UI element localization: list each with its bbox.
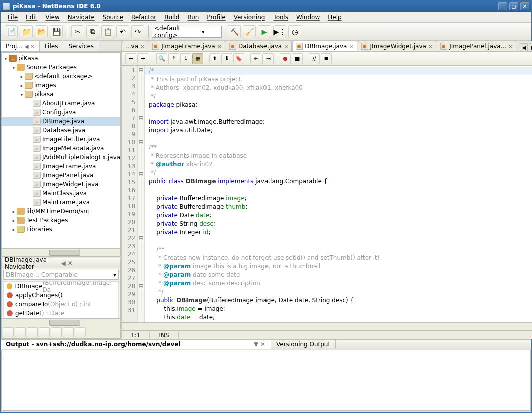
menu-source[interactable]: Source [99, 14, 127, 21]
tab-versioning-output[interactable]: Versioning Output [271, 340, 336, 349]
highlight-toggle-button[interactable]: ▦ [192, 53, 203, 64]
tab-files[interactable]: Files [40, 41, 63, 51]
comment-button[interactable]: // [309, 53, 320, 64]
tree-source-packages[interactable]: ▾Source Packages [2, 63, 120, 72]
code-editor[interactable]: /* * This is part of piKasa project. * A… [145, 66, 532, 322]
navigator-controls[interactable]: ◀ ✕ [61, 260, 118, 267]
menu-profile[interactable]: Profile [203, 14, 229, 21]
tree-file[interactable]: ☕AboutJFrame.java [2, 99, 120, 108]
tree-package[interactable]: ▸<default package> [2, 72, 120, 81]
tree-libraries[interactable]: ▸Libraries [2, 225, 120, 234]
close-button[interactable]: ✕ [520, 2, 529, 10]
menu-view[interactable]: View [41, 14, 63, 21]
line-number-gutter[interactable]: 1234567891011121314151617181920212223242… [122, 66, 138, 322]
output-console[interactable] [1, 350, 531, 411]
menu-help[interactable]: Help [324, 14, 345, 21]
close-icon[interactable]: × [349, 43, 353, 50]
tree-file[interactable]: ☕JAddMultipleDialogEx.java [2, 153, 120, 162]
back-button[interactable]: ← [125, 53, 136, 64]
menu-tools[interactable]: Tools [269, 14, 292, 21]
close-icon[interactable]: × [508, 43, 513, 50]
nav-filter-btn[interactable] [15, 327, 26, 337]
editor-tab[interactable]: ...va× [122, 41, 148, 51]
tree-file[interactable]: ☕JImageWidget.java [2, 180, 120, 189]
macro-stop-button[interactable]: ■ [292, 53, 303, 64]
close-icon[interactable]: × [217, 43, 222, 50]
shift-right-button[interactable]: ⇥ [262, 53, 274, 64]
paste-button[interactable]: 📋 [101, 25, 114, 38]
toggle-bookmark-button[interactable]: 🔖 [233, 53, 244, 64]
tab-scroll-right[interactable]: ▶ [529, 43, 532, 51]
titlebar[interactable]: piKasa - NetBeans IDE 6.0 — ◻ ✕ [1, 1, 531, 12]
tab-output[interactable]: Output - svn+ssh://dudka.no-ip.org/home/… [1, 340, 271, 349]
tree-lib-folder[interactable]: ▸lib/MMTimeDemo/src [2, 207, 120, 216]
editor-tab[interactable]: JImageFrame.java× [149, 41, 225, 51]
tree-file[interactable]: ☕MainClass.java [2, 189, 120, 198]
cut-button[interactable]: ✂ [71, 25, 84, 38]
open-project-button[interactable]: 📂 [35, 25, 48, 38]
nav-method[interactable]: compareTo(Object o) : int [4, 300, 118, 309]
redo-button[interactable]: ↷ [131, 25, 144, 38]
macro-record-button[interactable]: ● [280, 53, 291, 64]
find-next-button[interactable]: ⇣ [180, 53, 191, 64]
find-selection-button[interactable]: 🔍 [156, 53, 167, 64]
tree-file[interactable]: ☕JImagePanel.java [2, 171, 120, 180]
profile-button[interactable]: ◷ [288, 25, 301, 38]
shift-left-button[interactable]: ⇤ [250, 53, 261, 64]
clean-build-button[interactable]: 🧹 [243, 25, 256, 38]
navigator-member-list[interactable]: DBImage(BufferedImage image, Da applyCha… [3, 281, 119, 318]
tab-services[interactable]: Services [63, 41, 99, 51]
menu-refactor[interactable]: Refactor [127, 14, 160, 21]
navigator-header[interactable]: DBImage.java - Navigator ◀ ✕ [2, 258, 120, 268]
forward-button[interactable]: → [137, 53, 148, 64]
fold-gutter[interactable]: ⊟│││⊟⊟│││⊟│││││││⊟│││││⊟│││ [138, 66, 145, 322]
editor-h-scrollbar[interactable] [122, 322, 532, 330]
prev-bookmark-button[interactable]: ⬆ [209, 53, 220, 64]
tree-file[interactable]: ☕ImageMetadata.java [2, 144, 120, 153]
find-prev-button[interactable]: ⇡ [168, 53, 179, 64]
run-button[interactable]: ▶ [258, 25, 271, 38]
editor-tab[interactable]: JImagePanel.java...× [437, 41, 516, 51]
projects-tree[interactable]: ▾☕piKasa ▾Source Packages ▸<default pack… [2, 53, 120, 248]
tree-package-pikasa[interactable]: ▾pikasa [2, 90, 120, 99]
tab-scroll-left[interactable]: ◀ [520, 43, 528, 51]
menu-edit[interactable]: Edit [22, 14, 41, 21]
nav-method[interactable]: getDate() : Date [4, 309, 118, 318]
new-project-button[interactable]: 📁 [20, 25, 33, 38]
undo-button[interactable]: ↶ [116, 25, 129, 38]
nav-filter-btn[interactable] [39, 327, 50, 337]
config-dropdown[interactable]: <default config> ▾ [152, 26, 222, 38]
menu-build[interactable]: Build [160, 14, 183, 21]
tree-package[interactable]: ▸images [2, 81, 120, 90]
editor-tab-active[interactable]: DBImage.java× [292, 41, 357, 51]
tree-test-packages[interactable]: ▸Test Packages [2, 216, 120, 225]
nav-filter-btn[interactable] [63, 327, 74, 337]
close-icon[interactable]: × [428, 43, 433, 50]
debug-button[interactable]: ▶⋮ [273, 25, 286, 38]
navigator-filter-dropdown[interactable]: DBImage :: Comparable ▾ [3, 270, 119, 280]
new-file-button[interactable]: 📄 [5, 25, 18, 38]
nav-filter-btn[interactable] [3, 327, 14, 337]
copy-button[interactable]: ⧉ [86, 25, 99, 38]
next-bookmark-button[interactable]: ⬇ [221, 53, 232, 64]
nav-filter-btn[interactable] [27, 327, 38, 337]
editor-tab[interactable]: JImageWidget.java× [358, 41, 437, 51]
menu-window[interactable]: Window [292, 14, 324, 21]
menu-versioning[interactable]: Versioning [230, 14, 270, 21]
menu-navigate[interactable]: Navigate [64, 14, 99, 21]
nav-filter-btn[interactable] [75, 327, 86, 337]
tree-project[interactable]: ▾☕piKasa [2, 54, 120, 63]
close-icon[interactable]: × [140, 43, 145, 50]
tab-controls[interactable]: ◀ ✕ [25, 44, 34, 49]
tree-file-selected[interactable]: ☕DBImage.java [2, 117, 120, 126]
maximize-button[interactable]: ◻ [509, 2, 518, 10]
menu-file[interactable]: File [4, 14, 22, 21]
close-icon[interactable]: × [284, 43, 288, 50]
menu-run[interactable]: Run [183, 14, 203, 21]
tab-projects[interactable]: Proj... ◀ ✕ [1, 41, 40, 51]
tree-h-scrollbar[interactable] [2, 248, 120, 256]
tree-file[interactable]: ☕ImageFileFilter.java [2, 135, 120, 144]
save-all-button[interactable]: 💾 [50, 25, 63, 38]
output-tab-controls[interactable]: ▼ ✕ [254, 341, 265, 348]
editor-tab[interactable]: Database.java× [226, 41, 292, 51]
